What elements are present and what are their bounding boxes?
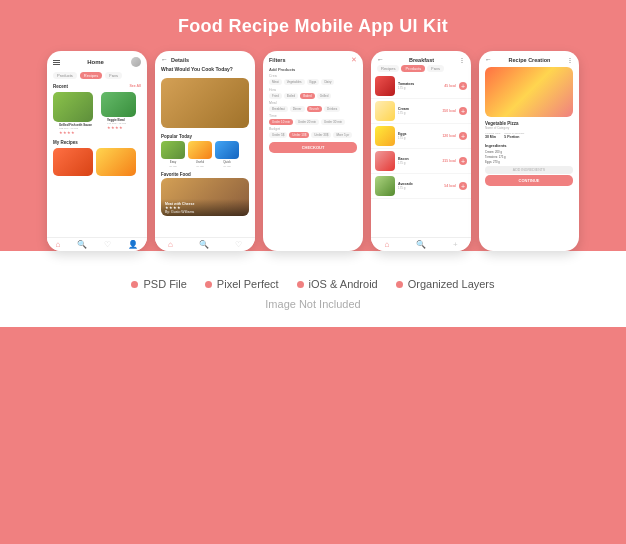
dot-psd: [131, 281, 138, 288]
recipe-dish-name: Vegetable Pizza: [479, 119, 579, 126]
chip-under30[interactable]: Under 30 min: [321, 119, 345, 125]
food-card-2[interactable]: Veggie Bowl 120 kcal - 15 Min ★★★★: [101, 92, 136, 135]
fav-chef: By: Gusto Williams: [165, 210, 245, 214]
chip-eggs[interactable]: Eggs: [307, 79, 320, 85]
how-chips: Fried Boiled Baked Grilled: [263, 93, 363, 101]
ing-weight-4: 175 g: [398, 186, 441, 190]
food-card-1[interactable]: Grilled Fish with Sauce 398 kcal - 20 Mi…: [53, 92, 98, 135]
my-recipe-2[interactable]: [96, 148, 136, 176]
heart-nav-icon[interactable]: ♡: [104, 240, 111, 249]
add-ingredients-button[interactable]: ADD INGREDIENTS: [485, 166, 573, 174]
chip-baked[interactable]: Baked: [300, 93, 315, 99]
chip-breakfast[interactable]: Breakfast: [269, 106, 288, 112]
heart-nav-2[interactable]: ♡: [235, 240, 242, 249]
popular-time-1: 20 Min: [169, 165, 177, 168]
filters-title: Filters: [269, 57, 286, 63]
checkout-button[interactable]: CHECKOUT: [269, 142, 357, 153]
ing-img-2: [375, 126, 395, 146]
chip-budget-2[interactable]: Under 10$: [289, 132, 309, 138]
ingredient-row-2: Eggs 175 g 120 kcal +: [371, 124, 471, 149]
recipe-ing-2: Eggs: 270 g: [485, 159, 573, 164]
chip-brunch[interactable]: Brunch: [307, 106, 323, 112]
add-products-label: Add Products: [263, 67, 363, 74]
back-arrow-breakfast[interactable]: ←: [377, 56, 384, 63]
my-recipe-1[interactable]: [53, 148, 93, 176]
ingredient-row-3: Bacon 175 g 215 kcal +: [371, 149, 471, 174]
add-ing-btn-2[interactable]: +: [459, 132, 467, 140]
feature-layers-label: Organized Layers: [408, 278, 495, 290]
tab-recipes[interactable]: Recipes: [80, 72, 102, 79]
time-chips: Under 10 min Under 20 min Under 30 min: [263, 119, 363, 127]
hamburger-icon[interactable]: [53, 60, 60, 65]
ing-kcal-3: 215 kcal: [442, 159, 456, 163]
meal-chips: Breakfast Dinner Brunch Drinkes: [263, 106, 363, 114]
chip-fried[interactable]: Fried: [269, 93, 282, 99]
chip-budget-4[interactable]: More 5 pr: [333, 132, 352, 138]
ing-img-3: [375, 151, 395, 171]
chip-boiled[interactable]: Boiled: [284, 93, 298, 99]
popular-card-3[interactable]: Quick 10 Min: [215, 141, 239, 168]
ing-weight-2: 175 g: [398, 136, 439, 140]
tab-products[interactable]: Products: [53, 72, 77, 79]
chip-under20[interactable]: Under 20 min: [295, 119, 319, 125]
add-ing-btn-1[interactable]: +: [459, 107, 467, 115]
home-nav-2[interactable]: ⌂: [168, 240, 173, 249]
breakfast-tabs: Recipes Products Favs: [371, 65, 471, 74]
tab-products-4[interactable]: Products: [401, 65, 425, 72]
add-ing-btn-0[interactable]: +: [459, 82, 467, 90]
favorite-food-label: Favorite Food: [155, 169, 255, 178]
phone-recipe-creation: ← Recipe Creation ⋮ Vegetable Pizza Name…: [479, 51, 579, 251]
chip-veg[interactable]: Vegetables: [284, 79, 305, 85]
ing-weight-1: 175 g: [398, 111, 439, 115]
search-nav-icon[interactable]: 🔍: [77, 240, 87, 249]
tab-favs-4[interactable]: Favs: [427, 65, 444, 72]
my-recipes-row: [47, 146, 147, 178]
chip-grilled[interactable]: Grilled: [317, 93, 332, 99]
back-arrow-details[interactable]: ←: [161, 56, 168, 63]
profile-nav-icon[interactable]: 👤: [128, 240, 138, 249]
feature-pixel: Pixel Perfect: [205, 278, 279, 290]
home-nav-4[interactable]: ⌂: [384, 240, 389, 249]
popular-today-label: Popular Today: [155, 131, 255, 140]
favorite-card[interactable]: Meat with Cheese ★★★★ By: Gusto Williams: [161, 178, 249, 216]
search-nav-2[interactable]: 🔍: [199, 240, 209, 249]
chip-meat[interactable]: Meat: [269, 79, 282, 85]
ing-img-1: [375, 101, 395, 121]
recipe-ingredients-list: Cream: 200 g Tomatoes: 175 g Eggs: 270 g: [479, 149, 579, 164]
chip-budget-3[interactable]: Under 30$: [311, 132, 331, 138]
continue-button[interactable]: CONTINUE: [485, 175, 573, 186]
page-title: Food Recipe Mobile App UI Kit: [178, 16, 448, 37]
recent-label: Recent: [53, 84, 68, 89]
add-ing-btn-4[interactable]: +: [459, 182, 467, 190]
popular-card-2[interactable]: Useful 15 Min: [188, 141, 212, 168]
popular-card-1[interactable]: Easy 20 Min: [161, 141, 185, 168]
avatar: [131, 57, 141, 67]
chip-budget-1[interactable]: Under 5$: [269, 132, 287, 138]
chip-drinkes[interactable]: Drinkes: [324, 106, 340, 112]
chip-under10[interactable]: Under 10 min: [269, 119, 293, 125]
tabs-row: Products Recipes Favs: [47, 70, 147, 81]
ing-weight-0: 175 g: [398, 86, 441, 90]
search-nav-4[interactable]: 🔍: [416, 240, 426, 249]
more-icon[interactable]: ⋮: [459, 56, 465, 63]
hero-image: [161, 78, 249, 128]
bottom-strip: PSD File Pixel Perfect iOS & Android Org…: [0, 251, 626, 327]
ing-img-0: [375, 76, 395, 96]
tab-recipes-4[interactable]: Recipes: [377, 65, 399, 72]
food-stars-1: ★★★★: [53, 130, 98, 135]
add-ing-btn-3[interactable]: +: [459, 157, 467, 165]
cooking-time-val: 30 Min: [485, 135, 500, 139]
chip-dairy[interactable]: Dairy: [321, 79, 334, 85]
home-nav-icon[interactable]: ⌂: [56, 240, 61, 249]
more-icon-5[interactable]: ⋮: [567, 56, 573, 63]
see-all-link[interactable]: See All: [129, 84, 141, 89]
close-filters-icon[interactable]: ✕: [351, 56, 357, 64]
popular-cards: Easy 20 Min Useful 15 Min Quick 10 Min: [155, 140, 255, 169]
breakfast-title: Breakfast: [409, 57, 434, 63]
feature-psd: PSD File: [131, 278, 186, 290]
back-arrow-recipe[interactable]: ←: [485, 56, 492, 63]
add-nav-4[interactable]: +: [453, 240, 458, 249]
product-chips: Meat Vegetables Eggs Dairy: [263, 79, 363, 87]
chip-dinner[interactable]: Dinner: [290, 106, 305, 112]
tab-favs[interactable]: Favs: [105, 72, 122, 79]
